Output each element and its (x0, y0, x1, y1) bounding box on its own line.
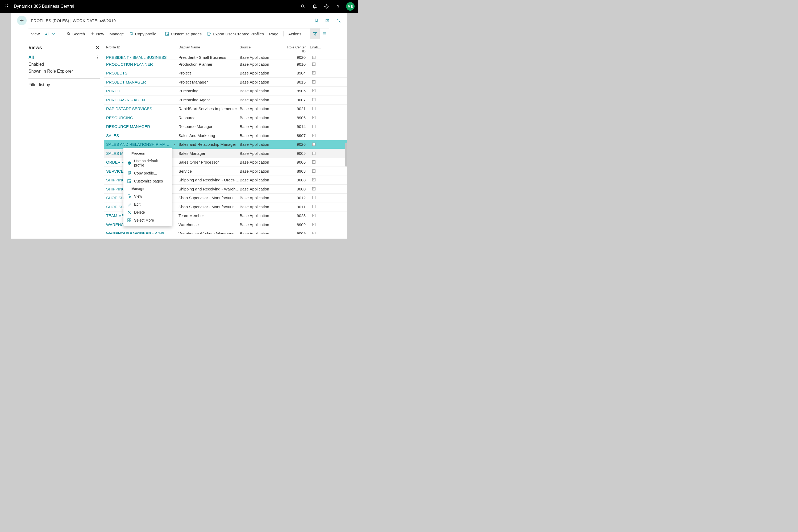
svg-rect-40 (130, 218, 131, 220)
cell-enabled[interactable] (306, 222, 318, 227)
cell-enabled[interactable] (306, 231, 318, 234)
search-icon[interactable] (298, 0, 308, 13)
col-profile-id[interactable]: Profile ID (104, 45, 171, 53)
row-menu-icon[interactable]: ⋮ (171, 142, 178, 147)
col-source[interactable]: Source (240, 45, 285, 53)
cell-profile-id[interactable]: RESOURCING (104, 115, 171, 120)
table-row[interactable]: RESOURCINGResourceBase Application8906 (104, 113, 347, 122)
ctx-delete[interactable]: Delete (124, 208, 172, 216)
cell-enabled[interactable] (306, 98, 318, 102)
cell-enabled[interactable] (306, 195, 318, 200)
cell-profile-id[interactable]: SALES AND RELATIONSHIP MAN... (104, 142, 171, 147)
open-new-window-icon[interactable] (324, 17, 331, 24)
page-menu[interactable]: Page (267, 28, 281, 39)
col-display-name[interactable]: Display Name↑ (178, 45, 240, 53)
table-row[interactable]: PROJECT MANAGERProject ManagerBase Appli… (104, 78, 347, 87)
cell-enabled[interactable] (306, 205, 318, 209)
cell-profile-id[interactable]: SALES (104, 133, 171, 138)
more-actions-icon[interactable]: ⋯ (304, 28, 310, 39)
cell-profile-id[interactable]: PROJECT MANAGER (104, 80, 171, 84)
cell-profile-id[interactable]: RAPIDSTART SERVICES (104, 107, 171, 111)
view-item[interactable]: Shown in Role Explorer (28, 68, 100, 75)
svg-point-2 (9, 4, 9, 5)
copy-profile-action[interactable]: Copy profile... (127, 28, 163, 39)
cell-enabled[interactable] (306, 107, 318, 111)
collapse-icon[interactable] (336, 17, 342, 24)
cell-enabled[interactable] (306, 178, 318, 182)
filter-all-dropdown[interactable]: All (42, 28, 58, 39)
ctx-customize-pages[interactable]: Customize pages (124, 177, 172, 185)
cell-enabled[interactable] (306, 115, 318, 120)
scrollbar-thumb[interactable] (345, 142, 347, 167)
cell-enabled[interactable] (306, 89, 318, 93)
view-item-more-icon[interactable]: ⋮ (95, 55, 100, 60)
cell-enabled[interactable] (306, 56, 318, 60)
cell-enabled[interactable] (306, 169, 318, 173)
table-row[interactable]: RAPIDSTART SERVICESRapidStart Services I… (104, 104, 347, 114)
filter-list-by-link[interactable]: Filter list by... (28, 81, 100, 88)
ctx-edit[interactable]: Edit (124, 200, 172, 208)
back-button[interactable] (17, 16, 26, 25)
cell-display-name: Sales And Marketing (178, 133, 240, 138)
app-title: Dynamics 365 Business Central (14, 4, 298, 9)
row-context-menu: Process Use as default profile Copy prof… (124, 148, 172, 226)
cell-source: Base Application (240, 107, 285, 111)
table-row[interactable]: WAREHOUSE WORKER - WMSWarehouse Worker -… (104, 229, 347, 234)
ctx-use-as-default[interactable]: Use as default profile (124, 157, 172, 169)
ctx-select-more[interactable]: Select More (124, 216, 172, 224)
cell-enabled[interactable] (306, 80, 318, 84)
cell-enabled[interactable] (306, 62, 318, 66)
table-row[interactable]: SALESSales And MarketingBase Application… (104, 131, 347, 140)
search-action[interactable]: Search (64, 28, 88, 39)
help-icon[interactable] (333, 0, 343, 13)
new-action[interactable]: New (88, 28, 107, 39)
cell-profile-id[interactable]: RESOURCE MANAGER (104, 124, 171, 129)
bookmark-icon[interactable] (313, 17, 320, 24)
customize-pages-action[interactable]: Customize pages (162, 28, 204, 39)
cell-source: Base Application (240, 205, 285, 209)
cell-enabled[interactable] (306, 187, 318, 191)
cell-enabled[interactable] (306, 71, 318, 75)
close-views-pane-icon[interactable]: ✕ (95, 44, 100, 51)
cell-profile-id[interactable]: PRESIDENT - SMALL BUSINESS (104, 56, 171, 60)
view-item[interactable]: All⋮ (28, 54, 100, 61)
filter-pane-toggle[interactable] (310, 28, 320, 39)
cell-enabled[interactable] (306, 133, 318, 138)
col-enabled[interactable]: Enab... (306, 45, 318, 53)
ctx-copy-profile[interactable]: Copy profile... (124, 169, 172, 177)
col-role-center-id[interactable]: Role Center ID (285, 45, 306, 53)
export-profiles-action[interactable]: Export User-Created Profiles (204, 28, 267, 39)
table-row[interactable]: PROJECTSProjectBase Application8904 (104, 69, 347, 78)
cell-enabled[interactable] (306, 142, 318, 147)
user-avatar[interactable]: MB (346, 2, 355, 11)
table-row[interactable]: RESOURCE MANAGERResource ManagerBase App… (104, 122, 347, 131)
app-launcher-icon[interactable] (3, 4, 12, 8)
ctx-view[interactable]: View (124, 192, 172, 200)
actions-menu[interactable]: Actions (286, 28, 304, 39)
pencil-icon (127, 202, 131, 206)
table-row[interactable]: PRESIDENT - SMALL BUSINESSPresident - Sm… (104, 56, 347, 60)
cell-profile-id[interactable]: WAREHOUSE WORKER - WMS (104, 231, 171, 234)
svg-point-11 (326, 5, 327, 7)
list-view-toggle[interactable] (320, 28, 329, 39)
cell-display-name: Project (178, 71, 240, 75)
manage-menu[interactable]: Manage (107, 28, 126, 39)
cell-enabled[interactable] (306, 124, 318, 129)
cell-profile-id[interactable]: PROJECTS (104, 71, 171, 75)
table-row[interactable]: PRODUCTION PLANNERProduction PlannerBase… (104, 60, 347, 69)
cell-enabled[interactable] (306, 151, 318, 156)
view-label[interactable]: View (28, 28, 42, 39)
settings-gear-icon[interactable] (321, 0, 332, 13)
notifications-icon[interactable] (309, 0, 320, 13)
table-row[interactable]: PURCHPurchasingBase Application8905 (104, 87, 347, 96)
cell-profile-id[interactable]: PURCH (104, 89, 171, 93)
cell-enabled[interactable] (306, 160, 318, 165)
cell-profile-id[interactable]: PURCHASING AGENT (104, 98, 171, 102)
view-item[interactable]: Enabled (28, 61, 100, 68)
cell-role-center-id: 8905 (285, 89, 306, 93)
cell-profile-id[interactable]: PRODUCTION PLANNER (104, 62, 171, 66)
table-row[interactable]: PURCHASING AGENTPurchasing AgentBase App… (104, 95, 347, 104)
cell-enabled[interactable] (306, 213, 318, 218)
cell-source: Base Application (240, 62, 285, 66)
views-title: Views (28, 45, 42, 51)
